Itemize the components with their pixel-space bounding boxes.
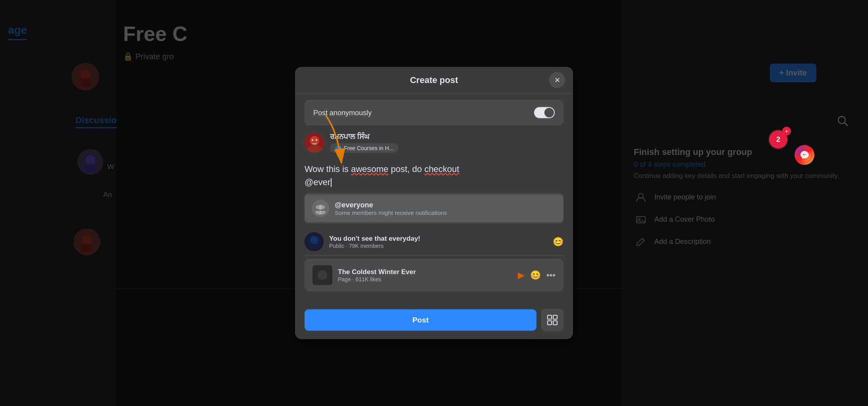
text-cursor — [331, 178, 332, 187]
winter-thumb — [312, 265, 332, 285]
share-row-1: You don't see that everyday! Public · 79… — [305, 228, 563, 256]
mention-everyone[interactable]: @everyone Some members might receive not… — [305, 195, 563, 222]
user-info: ਰਮਨਪਾਲ ਸਿੰਘ 👥 Free Courses in H... — [330, 133, 398, 153]
anon-toggle[interactable] — [534, 107, 555, 118]
share-avatar-img-1 — [305, 232, 324, 251]
share-title-1: You don't see that everyday! — [329, 235, 547, 243]
mention-dropdown: @everyone Some members might receive not… — [305, 193, 563, 224]
svg-point-15 — [312, 139, 313, 141]
post-button[interactable]: Post — [305, 309, 536, 331]
messenger-badge[interactable] — [795, 145, 814, 165]
share-emoji-1: 😊 — [553, 237, 563, 247]
svg-rect-30 — [548, 321, 552, 325]
anon-label: Post anonymously — [313, 108, 372, 117]
groups-icon: 👥 — [335, 145, 341, 151]
svg-point-16 — [316, 139, 317, 141]
user-avatar — [305, 133, 324, 153]
close-button[interactable]: ✕ — [549, 72, 565, 88]
emoji-icon[interactable]: 😊 — [530, 270, 541, 280]
post-text[interactable]: Wow this is awesome post, do checkout@ev… — [305, 159, 563, 192]
mention-icon — [312, 200, 329, 217]
svg-rect-29 — [553, 315, 557, 319]
underline-checkout: checkout — [424, 164, 459, 174]
svg-point-21 — [315, 211, 320, 214]
toggle-knob — [544, 108, 554, 118]
share-sub-1: Public · 79K members — [329, 243, 547, 249]
svg-rect-28 — [548, 315, 552, 319]
share-info-1: You don't see that everyday! Public · 79… — [329, 235, 547, 249]
svg-point-25 — [310, 236, 318, 244]
create-post-modal: Create post ✕ Post anonymously — [295, 67, 573, 339]
group-badge[interactable]: 👥 Free Courses in H... — [330, 143, 398, 153]
winter-card: The Coldest Winter Ever Page · 611K like… — [305, 259, 563, 292]
modal-title: Create post — [410, 75, 458, 85]
svg-point-18 — [316, 205, 320, 209]
modal-header: Create post ✕ — [295, 67, 573, 94]
svg-point-19 — [322, 205, 325, 209]
user-name: ਰਮਨਪਾਲ ਸਿੰਘ — [330, 133, 398, 141]
mention-handle: @everyone — [335, 201, 447, 209]
winter-sub: Page · 611K likes — [338, 276, 512, 282]
underline-awesome: awesome — [351, 164, 388, 174]
mention-desc: Some members might receive notifications — [335, 209, 447, 216]
group-badge-label: Free Courses in H... — [344, 145, 393, 151]
post-button-row: Post — [295, 304, 573, 339]
anon-toggle-row: Post anonymously — [305, 100, 563, 126]
winter-title: The Coldest Winter Ever — [338, 268, 512, 276]
notif-plus: + — [782, 127, 791, 135]
post-text-area: Wow this is awesome post, do checkout@ev… — [305, 159, 563, 192]
play-icon[interactable]: ▶ — [518, 270, 525, 280]
more-icon[interactable]: ••• — [546, 270, 556, 280]
svg-point-27 — [318, 271, 327, 280]
modal-body: Post anonymously ਰਮਨਪਾਲ ਸਿੰਘ — [295, 94, 573, 304]
notification-badge[interactable]: 2 + — [768, 129, 789, 150]
svg-point-22 — [321, 211, 326, 214]
grid-button[interactable] — [541, 309, 563, 331]
winter-info: The Coldest Winter Ever Page · 611K like… — [338, 268, 512, 282]
mention-text: @everyone Some members might receive not… — [335, 201, 447, 216]
svg-rect-31 — [553, 321, 557, 325]
user-row: ਰਮਨਪਾਲ ਸਿੰਘ 👥 Free Courses in H... — [305, 133, 563, 153]
share-avatar-1 — [305, 232, 324, 251]
winter-actions: ▶ 😊 ••• — [518, 270, 556, 280]
